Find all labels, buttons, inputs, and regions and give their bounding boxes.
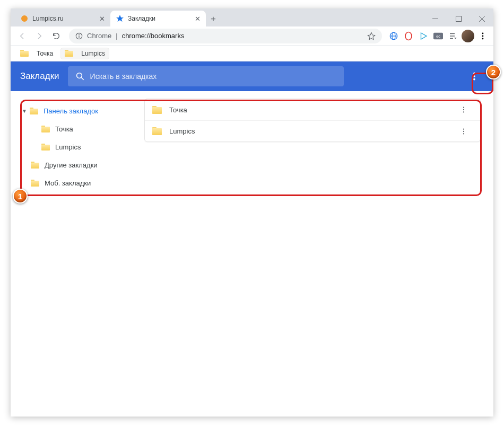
svg-point-23 xyxy=(463,107,464,108)
tree-label: Другие закладки xyxy=(45,161,98,169)
svg-point-24 xyxy=(463,109,464,110)
forward-button[interactable] xyxy=(32,29,47,43)
bookmark-list: Точка Lumpics xyxy=(144,99,481,417)
svg-point-16 xyxy=(482,35,484,37)
svg-point-25 xyxy=(463,111,464,112)
bookmarks-menu-button[interactable] xyxy=(465,67,484,86)
svg-line-19 xyxy=(81,77,84,80)
svg-point-0 xyxy=(21,15,28,22)
list-item[interactable]: Точка xyxy=(145,99,480,120)
search-icon xyxy=(75,72,85,81)
bookmarks-body: ▼ Панель закладок Точка Lumpics Другие з… xyxy=(11,91,493,417)
svg-point-15 xyxy=(482,32,484,34)
tree-item-other-bookmarks[interactable]: Другие закладки xyxy=(18,156,144,174)
favicon-orange-icon xyxy=(20,14,29,23)
folder-icon xyxy=(20,50,29,57)
item-menu-button[interactable] xyxy=(460,106,473,113)
folder-icon xyxy=(65,50,73,57)
tree-item-tochka[interactable]: Точка xyxy=(18,120,144,138)
favicon-star-icon xyxy=(116,14,124,23)
tree-label: Lumpics xyxy=(55,143,81,151)
folder-icon xyxy=(41,144,50,150)
tree-item-lumpics[interactable]: Lumpics xyxy=(18,138,144,156)
folder-tree: ▼ Панель закладок Точка Lumpics Другие з… xyxy=(18,99,144,417)
svg-point-27 xyxy=(463,130,464,131)
close-icon[interactable]: ✕ xyxy=(99,15,105,23)
tree-item-mobile-bookmarks[interactable]: Моб. закладки xyxy=(18,174,144,192)
tree-label: Точка xyxy=(55,125,73,133)
browser-menu-button[interactable] xyxy=(476,30,489,42)
extension-play-icon[interactable] xyxy=(417,30,430,42)
tree-item-bookmarks-bar[interactable]: ▼ Панель закладок xyxy=(18,102,144,120)
svg-point-20 xyxy=(473,73,475,75)
extension-globe-icon[interactable] xyxy=(387,30,400,42)
tabs-strip: Lumpics.ru ✕ Закладки ✕ + xyxy=(11,11,423,26)
svg-rect-2 xyxy=(432,19,438,19)
folder-icon xyxy=(41,126,50,132)
svg-point-26 xyxy=(463,128,464,129)
minimize-button[interactable] xyxy=(423,11,447,26)
address-bar[interactable]: Chrome | chrome://bookmarks xyxy=(69,29,382,43)
svg-point-18 xyxy=(76,73,82,78)
page-header: Закладки xyxy=(11,61,493,91)
tab-title: Lumpics.ru xyxy=(32,15,95,22)
svg-point-12 xyxy=(405,32,412,40)
tab-lumpics[interactable]: Lumpics.ru ✕ xyxy=(15,11,110,26)
list-card: Точка Lumpics xyxy=(144,99,481,142)
url-separator: | xyxy=(116,32,117,40)
svg-point-17 xyxy=(482,38,484,39)
close-window-button[interactable] xyxy=(470,11,493,26)
maximize-button[interactable] xyxy=(447,11,470,26)
titlebar: Lumpics.ru ✕ Закладки ✕ + xyxy=(11,8,493,26)
svg-rect-3 xyxy=(456,16,461,21)
folder-icon xyxy=(152,106,162,114)
page-title: Закладки xyxy=(20,71,59,82)
list-item-label: Точка xyxy=(169,106,187,114)
bookmarks-bar-item[interactable]: Lumpics xyxy=(60,48,109,59)
window-controls xyxy=(423,11,493,26)
item-menu-button[interactable] xyxy=(460,128,473,135)
tree-label: Панель закладок xyxy=(44,107,98,115)
bookmarks-page: Закладки ▼ Панель закладок Точка xyxy=(11,61,493,417)
list-item-label: Lumpics xyxy=(169,127,195,135)
site-info-icon[interactable] xyxy=(75,32,83,40)
back-button[interactable] xyxy=(15,29,30,43)
tab-title: Закладки xyxy=(128,15,191,22)
svg-point-28 xyxy=(463,133,464,134)
avatar-icon xyxy=(462,30,474,42)
svg-point-22 xyxy=(473,78,475,81)
tree-label: Моб. закладки xyxy=(45,179,91,187)
bookmarks-bar-label: Lumpics xyxy=(81,50,105,57)
url-prefix: Chrome xyxy=(87,32,111,40)
search-field[interactable] xyxy=(68,66,344,86)
svg-text:ec: ec xyxy=(436,33,440,38)
list-item[interactable]: Lumpics xyxy=(145,120,480,141)
browser-window: Lumpics.ru ✕ Закладки ✕ + Chrome | xyxy=(11,8,493,417)
reload-button[interactable] xyxy=(49,29,64,43)
new-tab-button[interactable]: + xyxy=(206,12,221,26)
folder-icon xyxy=(31,180,39,187)
url-path: chrome://bookmarks xyxy=(122,32,185,40)
bookmark-star-icon[interactable] xyxy=(367,32,376,40)
extension-opera-icon[interactable] xyxy=(402,30,415,42)
extension-badge-icon[interactable]: ec xyxy=(432,30,445,42)
close-icon[interactable]: ✕ xyxy=(195,15,201,23)
search-input[interactable] xyxy=(90,72,336,81)
tab-bookmarks[interactable]: Закладки ✕ xyxy=(110,11,206,26)
svg-point-7 xyxy=(79,34,80,35)
folder-icon xyxy=(30,108,38,114)
folder-icon xyxy=(152,127,162,135)
folder-icon xyxy=(31,162,39,169)
chevron-down-icon[interactable]: ▼ xyxy=(19,108,30,114)
profile-avatar[interactable] xyxy=(462,30,474,42)
bookmarks-bar: Точка Lumpics xyxy=(11,46,493,61)
toolbar: Chrome | chrome://bookmarks ec xyxy=(11,26,493,46)
svg-point-21 xyxy=(473,75,475,77)
bookmarks-bar-label: Точка xyxy=(37,50,53,57)
svg-rect-8 xyxy=(79,36,79,38)
reading-list-icon[interactable] xyxy=(447,30,459,42)
svg-marker-1 xyxy=(116,15,124,22)
bookmarks-bar-item[interactable]: Точка xyxy=(16,48,57,59)
